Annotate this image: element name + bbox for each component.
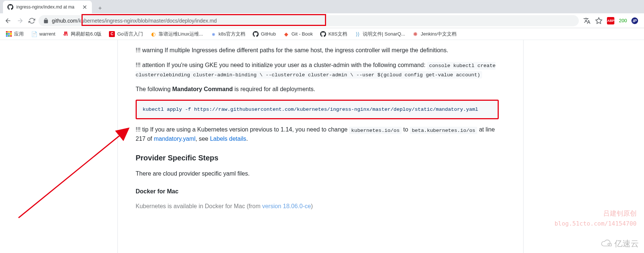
left-rail: [0, 40, 118, 253]
page-content: !!! warning If multiple Ingresses define…: [0, 40, 644, 253]
inline-code: beta.kubernetes.io/os: [410, 127, 477, 134]
apps-label: 应用: [14, 31, 24, 37]
back-button[interactable]: [3, 16, 13, 26]
tab-title: ingress-nginx/index.md at ma: [16, 4, 79, 10]
right-rail: [523, 40, 644, 253]
svg-line-1: [19, 129, 128, 218]
code-text[interactable]: kubectl apply -f https://raw.githubuserc…: [143, 107, 478, 112]
ip-extension-icon[interactable]: iP: [631, 17, 638, 24]
new-tab-button[interactable]: [95, 3, 105, 13]
page-icon: 📄: [31, 31, 37, 37]
bookmark-k8s[interactable]: ⎈k8s官方文档: [208, 29, 248, 39]
apps-icon: [6, 31, 12, 37]
link-docker-version[interactable]: version 18.06.0-ce: [262, 203, 311, 209]
bookmark-github[interactable]: GitHub: [250, 30, 279, 39]
mandatory-paragraph: The following Mandatory Command is requi…: [136, 85, 499, 94]
article-body: !!! warning If multiple Ingresses define…: [136, 46, 499, 211]
svg-marker-0: [596, 17, 602, 23]
warning-paragraph: !!! warning If multiple Ingresses define…: [136, 46, 499, 55]
translate-icon[interactable]: [583, 17, 591, 24]
address-bar[interactable]: github.com/kubernetes/ingress-nginx/blob…: [39, 15, 579, 26]
heading-docker-mac: Docker for Mac: [136, 187, 499, 196]
bookmark-linux[interactable]: ◐靠谱运维Linux运维...: [147, 29, 206, 39]
bookmark-warrent[interactable]: 📄warrent: [28, 30, 58, 39]
git-icon: ◆: [283, 31, 289, 37]
code-block-apply: kubectl apply -f https://raw.githubuserc…: [136, 100, 499, 120]
url-text: github.com/kubernetes/ingress-nginx/blob…: [52, 18, 574, 24]
github-icon: [7, 4, 13, 10]
github-icon: [320, 31, 326, 37]
jenkins-icon: ❋: [412, 31, 418, 37]
netease-icon: 易: [63, 31, 69, 37]
sonar-icon: ⟩⟩: [355, 31, 361, 37]
reload-button[interactable]: [27, 16, 37, 26]
annotation-arrow: [0, 40, 137, 225]
bookmark-sonarqube[interactable]: ⟩⟩说明文件| SonarQ...: [352, 29, 408, 39]
extension-count: 200: [619, 18, 627, 23]
link-labels-details[interactable]: Labels details: [210, 136, 246, 142]
link-mandatory-yaml[interactable]: mandatory.yaml: [154, 136, 196, 142]
browser-tab[interactable]: ingress-nginx/index.md at ma ✕: [3, 1, 92, 13]
docker-paragraph: Kubernetes is available in Docker for Ma…: [136, 202, 499, 211]
c-icon: C: [109, 31, 115, 37]
lock-icon: [43, 18, 49, 24]
toolbar-right: ABP 200 iP: [580, 17, 641, 24]
heading-provider-steps: Provider Specific Steps: [136, 152, 499, 163]
main-column: !!! warning If multiple Ingresses define…: [118, 40, 523, 253]
bookmark-jenkins[interactable]: ❋Jenkins中文文档: [409, 29, 459, 39]
bookmark-git-book[interactable]: ◆Git - Book: [280, 30, 316, 39]
github-icon: [253, 31, 259, 37]
inline-code: kubernetes.io/os: [349, 127, 401, 134]
forward-button[interactable]: [15, 16, 25, 26]
tab-bar: ingress-nginx/index.md at ma ✕: [0, 0, 644, 13]
close-icon[interactable]: ✕: [82, 4, 87, 10]
k8s-icon: ⎈: [210, 31, 216, 37]
bookmarks-bar: 应用 📄warrent 易网易邮箱6.0版 CGo语言入门 ◐靠谱运维Linux…: [0, 28, 644, 40]
provider-text: There are cloud provider specific yaml f…: [136, 169, 499, 178]
attention-paragraph: !!! attention If you're using GKE you ne…: [136, 61, 499, 79]
bookmark-go[interactable]: CGo语言入门: [106, 29, 146, 39]
apps-button[interactable]: 应用: [3, 29, 27, 39]
tip-paragraph: !!! tip If you are using a Kubernetes ve…: [136, 125, 499, 143]
circle-icon: ◐: [150, 31, 156, 37]
bookmark-k8s-docs[interactable]: K8S文档: [317, 29, 350, 39]
star-icon[interactable]: [595, 17, 602, 24]
bookmark-netease[interactable]: 易网易邮箱6.0版: [60, 29, 104, 39]
browser-toolbar: github.com/kubernetes/ingress-nginx/blob…: [0, 13, 644, 28]
abp-icon[interactable]: ABP: [607, 17, 614, 24]
